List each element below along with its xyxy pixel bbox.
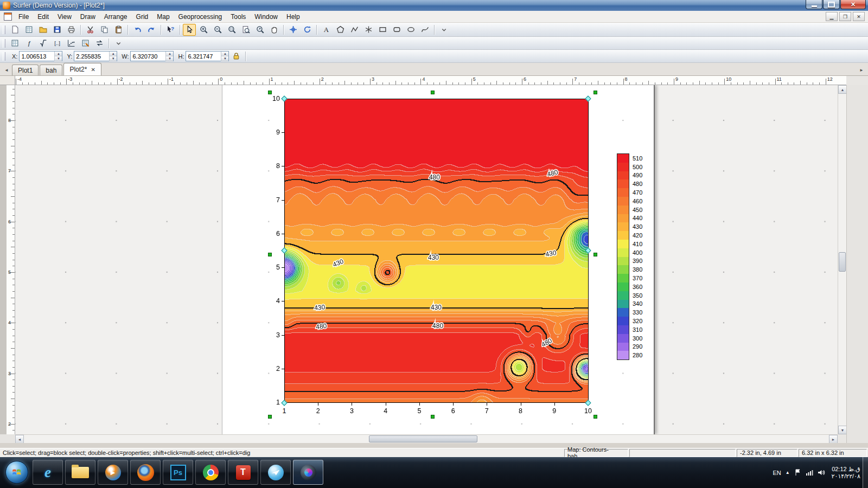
pan-button[interactable] (267, 24, 280, 36)
selection-handle[interactable] (593, 91, 597, 94)
toolbar-options-button[interactable] (112, 37, 125, 49)
taskbar-windows-explorer[interactable] (65, 460, 95, 485)
toolbar-options-button[interactable] (437, 24, 450, 36)
minimize-button[interactable] (806, 0, 822, 9)
close-button[interactable]: ✕ (840, 0, 866, 9)
start-button[interactable] (5, 461, 28, 484)
grid-calculus-button[interactable]: [..] (50, 37, 63, 49)
spin-down-icon[interactable]: ▼ (55, 56, 62, 61)
spin-up-icon[interactable]: ▲ (55, 52, 62, 56)
selection-handle[interactable] (431, 415, 435, 419)
tab-plot1[interactable]: Plot1 (12, 65, 39, 75)
selection-handle[interactable] (268, 91, 272, 94)
menu-map[interactable]: Map (152, 11, 174, 22)
spin-down-icon[interactable]: ▼ (166, 56, 173, 61)
symbol-tool-button[interactable] (362, 24, 375, 36)
taskbar-surfer[interactable] (293, 460, 323, 485)
lock-aspect-button[interactable] (229, 50, 242, 62)
mdi-minimize-button[interactable]: ▁ (826, 12, 838, 21)
scroll-right-button[interactable]: ► (829, 435, 838, 444)
tab-scroll-left[interactable]: ◄ (2, 65, 11, 75)
menu-file[interactable]: File (14, 11, 33, 22)
text-tool-button[interactable]: A (320, 24, 333, 36)
y-input[interactable] (74, 53, 109, 60)
zoom-in-button[interactable] (197, 24, 210, 36)
menu-view[interactable]: View (53, 11, 76, 22)
selection-handle[interactable] (593, 415, 597, 419)
taskbar-t-app[interactable]: T (228, 460, 258, 485)
scroll-down-button[interactable]: ▼ (838, 426, 847, 434)
rectangle-tool-button[interactable] (376, 24, 389, 36)
maximize-button[interactable] (823, 0, 840, 9)
refresh-view-button[interactable] (301, 24, 314, 36)
menu-arrange[interactable]: Arrange (100, 11, 132, 22)
zoom-out-button[interactable] (211, 24, 224, 36)
menu-tools[interactable]: Tools (226, 11, 250, 22)
taskbar-firefox[interactable] (130, 460, 161, 485)
spin-up-icon[interactable]: ▲ (110, 52, 117, 56)
variogram-button[interactable] (65, 37, 78, 49)
volume-icon[interactable] (818, 469, 825, 476)
taskbar-photoshop[interactable]: Ps (163, 460, 193, 485)
contour-map[interactable]: 1234567891012345678910 (284, 99, 589, 403)
grid-convert-button[interactable] (93, 37, 106, 49)
open-button[interactable] (36, 24, 49, 36)
polygon-tool-button[interactable] (334, 24, 347, 36)
action-center-flag-icon[interactable] (794, 469, 801, 476)
tab-close-icon[interactable]: ✕ (91, 67, 95, 73)
rounded-rectangle-tool-button[interactable] (390, 24, 403, 36)
tab-plot2[interactable]: Plot2*✕ (63, 63, 101, 75)
zoom-selected-button[interactable] (225, 24, 238, 36)
menu-draw[interactable]: Draw (76, 11, 100, 22)
spin-up-icon[interactable]: ▲ (221, 52, 228, 56)
copy-button[interactable] (98, 24, 111, 36)
select-button[interactable] (183, 24, 196, 36)
tab-bah[interactable]: bah (40, 65, 62, 75)
ellipse-tool-button[interactable] (404, 24, 417, 36)
zoom-realtime-button[interactable] (253, 24, 266, 36)
print-button[interactable] (65, 24, 78, 36)
grid-function-button[interactable]: ƒ (22, 37, 35, 49)
x-input[interactable] (20, 53, 54, 60)
h-input[interactable] (186, 53, 221, 60)
undo-button[interactable] (131, 24, 144, 36)
tray-expand-arrow[interactable]: ▲ (786, 470, 790, 475)
help-pointer-button[interactable]: ? (164, 24, 177, 36)
menu-window[interactable]: Window (250, 11, 282, 22)
grid-data-button[interactable] (8, 37, 21, 49)
polyline-tool-button[interactable] (348, 24, 361, 36)
selection-handle[interactable] (268, 253, 272, 256)
tab-scroll-right[interactable]: ► (857, 65, 866, 75)
language-indicator[interactable]: EN (773, 470, 781, 476)
paste-button[interactable] (112, 24, 125, 36)
spin-up-icon[interactable]: ▲ (166, 52, 173, 56)
vertical-scrollbar[interactable]: ▲ ▼ (838, 85, 846, 434)
vertical-scroll-thumb[interactable] (839, 252, 846, 272)
spline-tool-button[interactable] (418, 24, 431, 36)
tray-clock[interactable]: 02:12 ق.ظ ۲۰۱۴/۲۲/۰۸ (832, 466, 860, 480)
w-input[interactable] (131, 53, 165, 60)
selection-handle[interactable] (431, 91, 435, 94)
mdi-restore-button[interactable]: ❐ (839, 12, 851, 21)
taskbar-internet-explorer[interactable]: e (33, 460, 63, 485)
save-button[interactable] (50, 24, 63, 36)
scroll-left-button[interactable]: ◄ (15, 435, 24, 444)
redo-button[interactable] (145, 24, 158, 36)
cut-button[interactable] (84, 24, 97, 36)
scroll-up-button[interactable]: ▲ (838, 85, 847, 94)
taskbar-chrome[interactable] (195, 460, 226, 485)
show-desktop-button[interactable] (863, 457, 868, 488)
grid-math-button[interactable] (36, 37, 49, 49)
selection-handle[interactable] (268, 415, 272, 419)
network-icon[interactable] (806, 469, 813, 476)
selection-handle[interactable] (593, 253, 597, 256)
spin-down-icon[interactable]: ▼ (221, 56, 228, 61)
menu-help[interactable]: Help (282, 11, 304, 22)
zoom-page-button[interactable] (239, 24, 252, 36)
plot-canvas-area[interactable]: 1234567891012345678910 51050049048047046… (15, 85, 838, 434)
taskbar-blue-messenger-app[interactable] (260, 460, 291, 485)
spin-down-icon[interactable]: ▼ (110, 56, 117, 61)
taskbar-media-player[interactable]: ▶ (98, 460, 128, 485)
horizontal-scroll-thumb[interactable] (369, 435, 477, 442)
menu-grid[interactable]: Grid (132, 11, 153, 22)
